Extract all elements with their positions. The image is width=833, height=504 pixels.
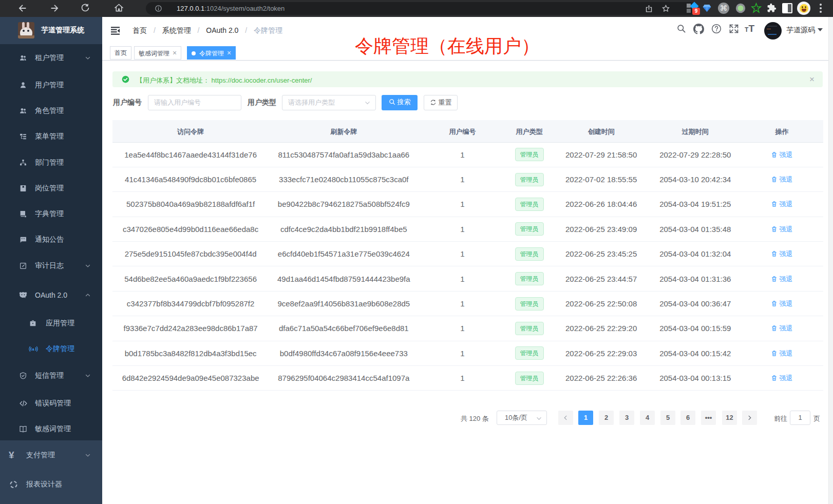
- svg-text:T: T: [749, 23, 755, 34]
- svg-text:a: a: [32, 347, 34, 351]
